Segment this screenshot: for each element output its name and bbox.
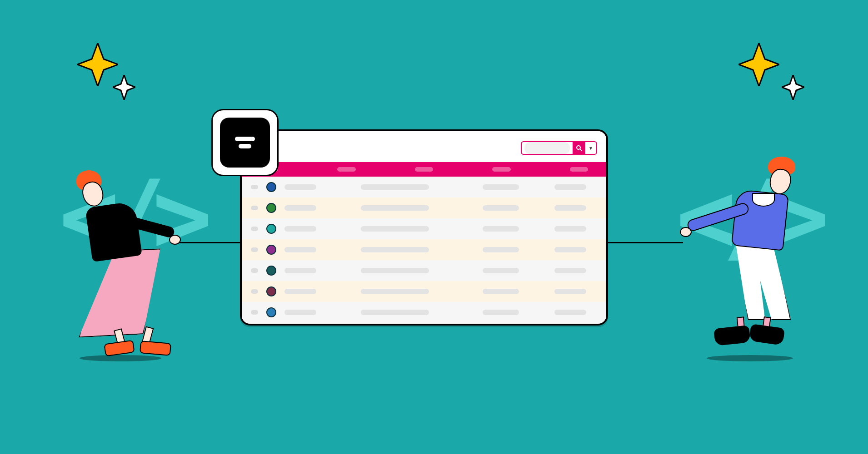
cell bbox=[284, 184, 316, 190]
cell bbox=[554, 289, 586, 294]
cell bbox=[483, 310, 519, 315]
person-left bbox=[64, 161, 191, 343]
rope bbox=[608, 242, 683, 243]
star-icon bbox=[113, 75, 135, 100]
cell bbox=[554, 310, 586, 315]
avatar bbox=[266, 307, 276, 317]
illustration-stage: </> </> bbox=[0, 0, 868, 454]
cell bbox=[361, 289, 429, 294]
cell bbox=[361, 226, 429, 232]
cell bbox=[554, 205, 586, 211]
cell bbox=[483, 268, 519, 273]
cell bbox=[361, 184, 429, 190]
table-row[interactable] bbox=[242, 177, 606, 197]
app-window: ▼ bbox=[240, 129, 608, 326]
cell bbox=[554, 247, 586, 252]
svg-point-0 bbox=[577, 146, 580, 149]
avatar bbox=[266, 245, 276, 255]
data-rows bbox=[242, 177, 606, 323]
cell bbox=[284, 247, 316, 252]
cell bbox=[361, 205, 429, 211]
cell bbox=[361, 310, 429, 315]
cell bbox=[361, 268, 429, 273]
cell bbox=[483, 289, 519, 294]
person-right bbox=[673, 150, 809, 340]
shadow bbox=[80, 355, 161, 361]
search-icon bbox=[576, 145, 582, 151]
row-checkbox[interactable] bbox=[251, 206, 258, 210]
row-checkbox[interactable] bbox=[251, 227, 258, 231]
star-icon bbox=[738, 43, 779, 86]
tab[interactable] bbox=[492, 167, 510, 172]
row-checkbox[interactable] bbox=[251, 247, 258, 252]
cell bbox=[554, 184, 586, 190]
cell bbox=[483, 205, 519, 211]
shadow bbox=[707, 355, 793, 361]
cell bbox=[284, 310, 316, 315]
table-row[interactable] bbox=[242, 239, 606, 260]
cell bbox=[554, 268, 586, 273]
cell bbox=[554, 226, 586, 232]
row-checkbox[interactable] bbox=[251, 185, 258, 189]
search-input[interactable] bbox=[524, 142, 570, 154]
cell bbox=[483, 184, 519, 190]
tab[interactable] bbox=[570, 167, 588, 172]
tab[interactable] bbox=[337, 167, 355, 172]
avatar bbox=[266, 286, 276, 296]
table-row[interactable] bbox=[242, 197, 606, 218]
table-row[interactable] bbox=[242, 218, 606, 239]
search-dropdown[interactable]: ▼ bbox=[585, 142, 596, 154]
table-row[interactable] bbox=[242, 281, 606, 302]
table-row[interactable] bbox=[242, 302, 606, 323]
cell bbox=[284, 289, 316, 294]
search-button[interactable] bbox=[573, 142, 585, 154]
search-group: ▼ bbox=[521, 141, 597, 155]
row-checkbox[interactable] bbox=[251, 310, 258, 315]
avatar bbox=[266, 203, 276, 213]
star-icon bbox=[782, 75, 804, 100]
cell bbox=[284, 226, 316, 232]
row-checkbox[interactable] bbox=[251, 289, 258, 294]
cell bbox=[361, 247, 429, 252]
titlebar: ▼ bbox=[242, 131, 606, 162]
tab[interactable] bbox=[415, 167, 433, 172]
star-icon bbox=[77, 43, 118, 86]
cell bbox=[284, 205, 316, 211]
avatar bbox=[266, 182, 276, 192]
row-checkbox[interactable] bbox=[251, 268, 258, 273]
cell bbox=[483, 226, 519, 232]
svg-line-1 bbox=[580, 149, 582, 151]
table-row[interactable] bbox=[242, 260, 606, 281]
logo-badge bbox=[211, 109, 279, 176]
avatar bbox=[266, 266, 276, 276]
cell bbox=[284, 268, 316, 273]
cell bbox=[483, 247, 519, 252]
avatar bbox=[266, 224, 276, 234]
logo-icon bbox=[220, 118, 270, 168]
tab-bar bbox=[242, 162, 606, 177]
